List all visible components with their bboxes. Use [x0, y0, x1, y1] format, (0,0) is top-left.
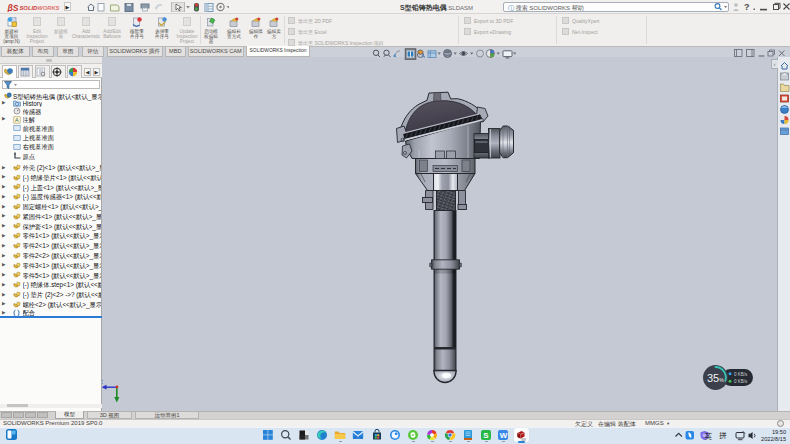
svg-text:W: W	[500, 431, 508, 440]
svg-text:35%: 35%	[707, 371, 724, 383]
svg-text:A: A	[15, 117, 19, 123]
svg-text:英: 英	[705, 432, 713, 441]
svg-text:0 KB/s: 0 KB/s	[734, 372, 748, 377]
svg-text:0 KB/s: 0 KB/s	[734, 379, 748, 384]
svg-text:S: S	[483, 431, 489, 440]
